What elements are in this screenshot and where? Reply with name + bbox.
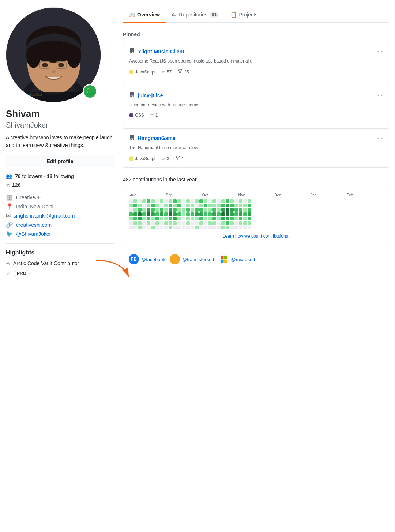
repo-name-2[interactable]: HangmanGame <box>138 135 176 141</box>
contrib-day <box>164 199 168 203</box>
email-link[interactable]: singhshivamkr@gmail.com <box>14 213 75 219</box>
social-org-facebook[interactable]: FB @facebook <box>129 254 165 264</box>
contrib-day <box>160 221 163 225</box>
month-aug: Aug <box>130 193 166 197</box>
user-bio: A creative boy who loves to make people … <box>6 134 114 149</box>
contrib-day <box>248 226 251 229</box>
repo-card-1: juicy-juice ⋯ Juice bar design with oran… <box>123 86 389 124</box>
contrib-day <box>182 226 185 229</box>
contrib-day <box>182 199 185 203</box>
contrib-day <box>164 208 168 212</box>
stars-count-2: 3 <box>167 156 169 161</box>
contrib-day <box>239 199 242 203</box>
contrib-day <box>195 208 199 212</box>
social-org-transistor[interactable]: @transistorsoft <box>170 254 214 264</box>
contrib-day <box>155 226 159 229</box>
contrib-day <box>204 226 207 229</box>
contrib-day <box>151 199 155 203</box>
arctic-icon: ✳ <box>6 260 10 266</box>
contrib-day <box>138 217 142 220</box>
contrib-day <box>199 217 203 220</box>
repo-name-1[interactable]: juicy-juice <box>138 93 163 98</box>
social-org-microsoft[interactable]: @microsoft <box>219 254 255 264</box>
contrib-day <box>160 212 163 216</box>
location-icon: 📍 <box>6 203 13 210</box>
contrib-day <box>230 212 234 216</box>
contrib-day <box>155 204 159 207</box>
location-text: India, New Delhi <box>16 204 53 210</box>
contrib-day <box>217 221 221 225</box>
contrib-day <box>129 199 133 203</box>
contrib-day <box>186 217 190 220</box>
tab-overview-icon: 📖 <box>129 12 135 18</box>
following-count[interactable]: 12 <box>47 173 53 179</box>
contrib-day <box>226 208 229 212</box>
tab-repositories[interactable]: 🗂 Repositories 61 <box>166 7 225 23</box>
contrib-day <box>239 212 242 216</box>
contrib-day <box>177 226 181 229</box>
contrib-day <box>226 204 229 207</box>
user-display-name: Shivam <box>6 108 114 120</box>
edit-profile-button[interactable]: Edit profile <box>6 155 114 167</box>
meta-location: 📍 India, New Delhi <box>6 203 114 210</box>
contrib-day <box>212 226 216 229</box>
contrib-day <box>243 226 247 229</box>
contrib-day <box>204 204 207 207</box>
stars-count-0: 57 <box>167 69 172 75</box>
highlight-pro: ☆ PRO <box>6 270 114 277</box>
contrib-day <box>182 212 185 216</box>
month-feb: Feb <box>347 193 383 197</box>
contrib-day <box>142 217 146 220</box>
contrib-day <box>173 208 177 212</box>
star-icon-0: ☆ <box>161 69 165 75</box>
repo-stars-0: ☆ 57 <box>161 69 172 75</box>
tab-repositories-label: Repositories <box>179 12 207 18</box>
website-link[interactable]: creativeshi.com <box>16 222 52 228</box>
contrib-day <box>204 212 207 216</box>
contrib-day <box>221 212 225 216</box>
tab-repositories-count: 61 <box>210 12 219 18</box>
svg-rect-22 <box>37 93 42 96</box>
repo-desc-1: Juice bar design with orange theme <box>129 102 383 108</box>
contrib-day <box>217 226 221 229</box>
contrib-day <box>182 217 185 220</box>
repo-icon-0 <box>129 48 135 55</box>
contrib-day <box>208 208 212 212</box>
contrib-day <box>239 226 242 229</box>
tab-overview[interactable]: 📖 Overview <box>123 7 166 23</box>
contrib-day <box>151 212 155 216</box>
twitter-link[interactable]: @ShivamJoker <box>16 231 51 237</box>
contrib-day <box>234 199 238 203</box>
followers-count[interactable]: 76 <box>15 173 21 179</box>
meta-company: 🏢 CreativeJE <box>6 194 114 201</box>
contrib-learn-link[interactable]: Learn how we count contributions. <box>223 234 289 239</box>
contrib-day <box>138 204 142 207</box>
repo-menu-0[interactable]: ⋯ <box>377 48 383 55</box>
contrib-day <box>234 226 238 229</box>
contrib-day <box>164 217 168 220</box>
contrib-day <box>129 212 133 216</box>
contrib-day <box>147 217 150 220</box>
contrib-day <box>221 226 225 229</box>
contrib-day <box>208 204 212 207</box>
contrib-day <box>173 226 177 229</box>
repo-menu-2[interactable]: ⋯ <box>377 135 383 142</box>
svg-rect-17 <box>14 92 94 102</box>
stars-count[interactable]: 126 <box>12 182 20 188</box>
contrib-day <box>234 217 238 220</box>
contrib-day <box>221 204 225 207</box>
repo-name-0[interactable]: Ylight-Music-Client <box>138 49 184 54</box>
month-nov: Nov <box>238 193 275 197</box>
badge-icon: 🦕 <box>83 84 97 99</box>
fork-icon-0 <box>177 69 183 75</box>
contrib-day <box>248 204 251 207</box>
contrib-day <box>155 212 159 216</box>
tab-projects-icon: 📋 <box>230 12 237 18</box>
contrib-day <box>155 217 159 220</box>
contrib-day <box>204 221 207 225</box>
repo-menu-1[interactable]: ⋯ <box>377 92 383 99</box>
meta-twitter: 🐦 @ShivamJoker <box>6 230 114 237</box>
tab-projects[interactable]: 📋 Projects <box>225 7 263 23</box>
contrib-day <box>142 226 146 229</box>
contrib-day <box>199 212 203 216</box>
